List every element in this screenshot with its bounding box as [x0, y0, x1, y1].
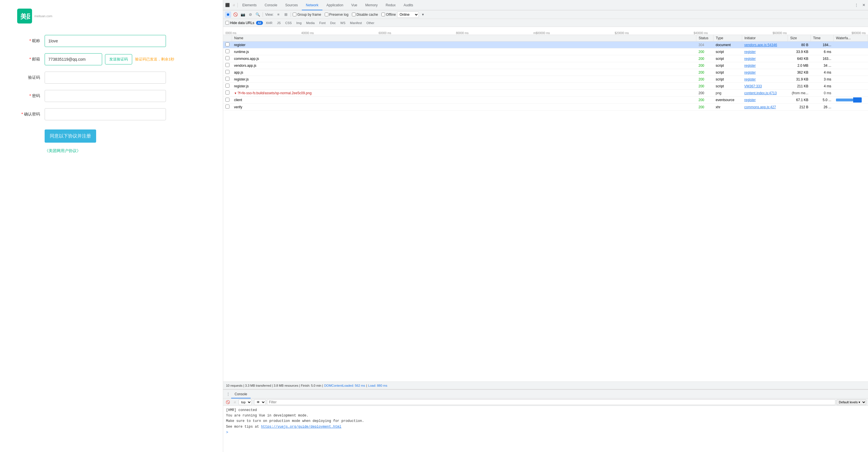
row-checkbox[interactable] — [225, 63, 229, 67]
view-list-button[interactable]: ≡ — [275, 11, 281, 18]
table-row[interactable]: ▼?f=fe-sso-fs:build/assets/sp-normal.2ee… — [223, 90, 868, 96]
record-button[interactable]: ⏺ — [225, 11, 231, 18]
table-row[interactable]: client 200 eventsource register 67.1 KB … — [223, 96, 868, 104]
clear-button[interactable]: 🚫 — [232, 11, 239, 18]
disable-cache-checkbox[interactable] — [352, 12, 355, 16]
row-checkbox[interactable] — [225, 90, 229, 94]
row-initiator[interactable]: vendors.app.js:54346 — [742, 41, 788, 49]
send-verify-button[interactable]: 发送验证码 — [105, 54, 132, 64]
row-checkbox[interactable] — [225, 43, 229, 47]
vue-deployment-link[interactable]: https://vuejs.org/guide/deployment.html — [261, 425, 341, 429]
filter-tag-all[interactable]: All — [256, 21, 263, 25]
row-initiator[interactable]: register — [742, 76, 788, 83]
row-initiator[interactable]: VM367:333 — [742, 83, 788, 90]
view-large-button[interactable]: ⊞ — [283, 11, 289, 18]
filter-tag-js[interactable]: JS — [275, 21, 282, 25]
tab-sources[interactable]: Sources — [281, 0, 302, 10]
col-header-waterfall[interactable]: Waterfa... — [834, 35, 868, 41]
filter-tag-manifest[interactable]: Manifest — [348, 21, 364, 25]
row-checkbox[interactable] — [225, 98, 229, 102]
search-button[interactable]: 🔍 — [255, 11, 261, 18]
row-initiator[interactable]: content.index.js:4713 — [742, 90, 788, 96]
table-row[interactable]: register 304 document vendors.app.js:543… — [223, 41, 868, 49]
submit-button[interactable]: 同意以下协议并注册 — [44, 130, 96, 143]
load-link[interactable]: Load: 880 ms — [368, 384, 388, 387]
row-checkbox[interactable] — [225, 77, 229, 81]
tab-console-bottom[interactable]: Console — [231, 390, 251, 398]
tab-audits[interactable]: Audits — [400, 0, 417, 10]
col-header-status[interactable]: Status — [696, 35, 714, 41]
table-row[interactable]: app.js 200 script register 362 KB 4 ms — [223, 69, 868, 76]
row-initiator[interactable]: register — [742, 49, 788, 55]
tab-vue[interactable]: Vue — [347, 0, 361, 10]
device-toolbar-button[interactable]: ◽ — [230, 2, 237, 8]
col-header-name[interactable]: Name — [232, 35, 696, 41]
filter-tag-xhr[interactable]: XHR — [264, 21, 274, 25]
table-row[interactable]: runtime.js 200 script register 33.9 KB 6… — [223, 49, 868, 55]
filter-tag-other[interactable]: Other — [365, 21, 376, 25]
col-header-type[interactable]: Type — [714, 35, 742, 41]
col-header-initiator[interactable]: Initiator — [742, 35, 788, 41]
tab-redux[interactable]: Redux — [382, 0, 400, 10]
console-level-select[interactable]: Default levels ▾ Verbose Info Warnings E… — [837, 399, 866, 405]
filter-tag-media[interactable]: Media — [304, 21, 316, 25]
table-row[interactable]: register.js 200 script VM367:333 211 KB … — [223, 83, 868, 90]
group-by-frame-label[interactable]: Group by frame — [293, 12, 321, 17]
table-row[interactable]: verify 200 xhr commons.app.js:427 212 B … — [223, 104, 868, 111]
console-context-select[interactable]: top — [239, 399, 252, 405]
tab-console[interactable]: Console — [260, 0, 281, 10]
preserve-log-label[interactable]: Preserve log — [325, 12, 348, 17]
row-checkbox[interactable] — [225, 105, 229, 109]
console-clear-button[interactable]: 🚫 — [225, 399, 230, 405]
row-initiator[interactable]: register — [742, 62, 788, 69]
tab-memory[interactable]: Memory — [361, 0, 382, 10]
domcontent-loaded-link[interactable]: DOMContentLoaded: 562 ms — [324, 384, 365, 387]
devtools-more-button[interactable]: ⋮ — [853, 2, 860, 8]
table-row[interactable]: register.js 200 script register 31.9 KB … — [223, 76, 868, 83]
filter-tag-img[interactable]: Img — [295, 21, 303, 25]
throttling-select[interactable]: Online Fast 3G Slow 3G Offline — [397, 11, 419, 18]
filter-tag-doc[interactable]: Doc — [329, 21, 338, 25]
table-row[interactable]: commons.app.js 200 script register 640 K… — [223, 55, 868, 62]
agreement-link[interactable]: 《美团网用户协议》 — [44, 148, 166, 153]
console-filter-input[interactable] — [267, 399, 835, 405]
inspect-element-button[interactable]: ⬛ — [224, 2, 230, 8]
verify-input[interactable] — [44, 72, 166, 84]
tab-elements[interactable]: Elements — [238, 0, 260, 10]
devtools-close-button[interactable]: ✕ — [861, 2, 867, 8]
filter-tag-css[interactable]: CSS — [283, 21, 293, 25]
throttling-settings-button[interactable]: ▾ — [420, 11, 426, 18]
col-header-size[interactable]: Size — [788, 35, 811, 41]
console-eye-select[interactable]: 👁 — [254, 399, 266, 405]
filter-tag-ws[interactable]: WS — [339, 21, 347, 25]
disable-cache-label[interactable]: Disable cache — [352, 12, 378, 17]
row-checkbox[interactable] — [225, 70, 229, 74]
row-initiator[interactable]: register — [742, 69, 788, 76]
console-context-button[interactable]: ◽ — [232, 399, 238, 405]
filter-tag-font[interactable]: Font — [317, 21, 327, 25]
password-input[interactable] — [44, 90, 166, 102]
row-initiator[interactable]: register — [742, 55, 788, 62]
hide-data-urls-checkbox[interactable] — [225, 21, 229, 25]
console-menu-button[interactable]: ⋮ — [225, 391, 231, 397]
tab-application[interactable]: Application — [322, 0, 347, 10]
preserve-log-checkbox[interactable] — [325, 12, 329, 16]
filter-button[interactable]: ⊘ — [247, 11, 253, 18]
confirm-password-input[interactable] — [44, 108, 166, 120]
group-by-frame-checkbox[interactable] — [293, 12, 297, 16]
row-initiator[interactable]: register — [742, 96, 788, 104]
console-prompt[interactable]: > — [226, 430, 228, 434]
row-initiator[interactable]: commons.app.js:427 — [742, 104, 788, 111]
row-checkbox[interactable] — [225, 49, 229, 53]
tab-network[interactable]: Network — [302, 0, 322, 10]
email-input[interactable] — [44, 53, 102, 65]
offline-label[interactable]: Offline — [381, 12, 396, 17]
row-checkbox[interactable] — [225, 56, 229, 60]
offline-checkbox[interactable] — [381, 12, 385, 16]
table-row[interactable]: vendors.app.js 200 script register 2.0 M… — [223, 62, 868, 69]
row-checkbox[interactable] — [225, 84, 229, 88]
nickname-input[interactable] — [44, 35, 166, 47]
col-header-time[interactable]: Time — [811, 35, 834, 41]
hide-data-urls-label[interactable]: Hide data URLs — [225, 21, 254, 25]
camera-button[interactable]: 📷 — [240, 11, 246, 18]
